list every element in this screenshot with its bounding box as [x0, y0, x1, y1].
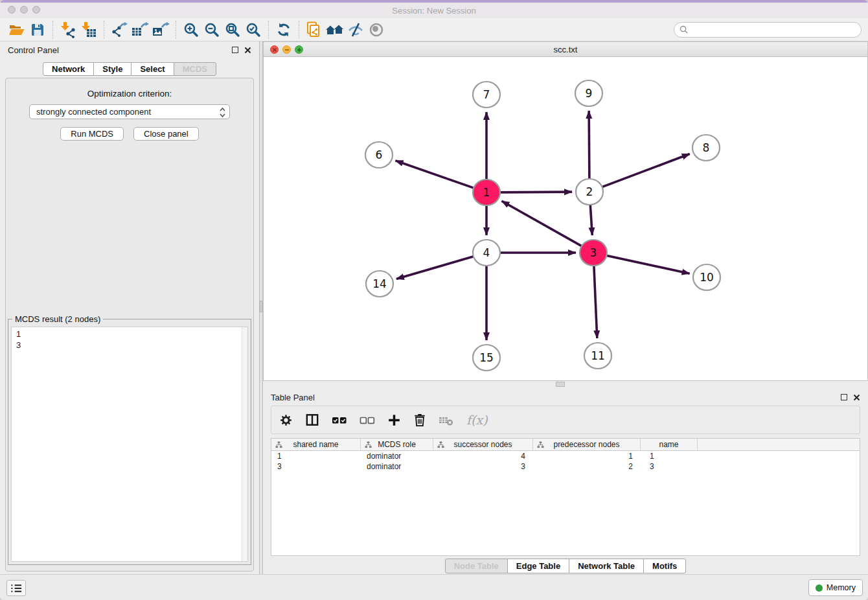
graph-edge-4-14[interactable]	[396, 257, 474, 279]
mcds-result-textarea[interactable]: 1 3	[11, 327, 248, 562]
column-header-shared-name[interactable]: shared name	[271, 439, 361, 450]
minimize-network-button[interactable]	[282, 45, 291, 54]
home-view-button[interactable]	[325, 20, 345, 40]
toolbar-separator	[176, 21, 176, 39]
run-mcds-button[interactable]: Run MCDS	[60, 127, 124, 141]
result-line: 3	[16, 340, 247, 351]
cell-name: 1	[641, 451, 698, 461]
graph-edge-3-1[interactable]	[502, 201, 582, 246]
zoom-selected-button[interactable]	[243, 20, 264, 40]
graph-edge-2-9[interactable]	[589, 111, 589, 179]
close-panel-icon[interactable]	[853, 394, 860, 401]
network-canvas[interactable]: 1234678910111415	[264, 57, 867, 380]
graph-edge-3-10[interactable]	[606, 255, 690, 273]
plus-icon	[387, 413, 401, 427]
graph-edge-1-6[interactable]	[395, 161, 474, 188]
splitter-grip[interactable]	[556, 382, 565, 387]
clone-network-button[interactable]	[304, 20, 325, 40]
zoom-in-button[interactable]	[181, 20, 201, 40]
float-panel-icon[interactable]	[232, 47, 238, 53]
export-image-button[interactable]	[150, 20, 171, 40]
toolbar-separator	[104, 21, 104, 39]
node-table: shared name MCDS role successor nodes pr…	[271, 438, 860, 556]
hierarchy-icon	[365, 441, 372, 448]
import-network-button[interactable]	[58, 20, 78, 40]
splitter-grip[interactable]	[260, 301, 262, 312]
memory-button[interactable]: Memory	[808, 579, 863, 596]
table-row[interactable]: 1 dominator 4 1 1	[271, 451, 860, 461]
table-panel-tabs: Node Table Edge Table Network Table Moti…	[263, 559, 868, 573]
zoom-fit-button[interactable]	[222, 20, 243, 40]
result-scrollbar[interactable]	[242, 327, 247, 561]
graph-node-label: 7	[483, 88, 490, 101]
memory-label: Memory	[827, 583, 856, 592]
select-all-rows-button[interactable]	[332, 415, 347, 426]
minimize-window-button[interactable]	[20, 6, 28, 14]
maximize-window-button[interactable]	[32, 6, 40, 14]
column-header-predecessor-nodes[interactable]: predecessor nodes	[533, 439, 641, 450]
zoom-network-button[interactable]	[295, 45, 303, 54]
plus-glyph-icon	[297, 47, 302, 52]
column-header-successor-nodes[interactable]: successor nodes	[433, 439, 533, 450]
horizontal-splitter[interactable]	[263, 381, 868, 389]
application-window: Session: New Session	[0, 0, 868, 600]
column-header-mcds-role[interactable]: MCDS role	[361, 439, 433, 450]
add-column-button[interactable]	[387, 413, 401, 427]
tab-motifs[interactable]: Motifs	[643, 559, 686, 573]
table-panel-title: Table Panel	[271, 393, 315, 402]
refresh-network-button[interactable]	[273, 20, 294, 40]
tab-edge-table[interactable]: Edge Table	[507, 559, 569, 573]
show-panels-button[interactable]	[366, 20, 387, 40]
selected-criterion: strongly connected component	[36, 107, 151, 117]
graph-node-label: 2	[586, 185, 593, 198]
graph-node-label: 15	[479, 351, 494, 364]
table-row[interactable]: 3 dominator 3 2 3	[271, 461, 860, 472]
optimization-criterion-select[interactable]: strongly connected component	[29, 104, 230, 119]
graph-edge-3-11[interactable]	[594, 266, 597, 338]
refresh-icon	[276, 22, 291, 38]
network-window-title: scc.txt	[264, 45, 867, 54]
tab-select[interactable]: Select	[131, 62, 174, 76]
close-panel-icon[interactable]	[244, 47, 251, 54]
close-window-button[interactable]	[8, 6, 16, 14]
graph-edge-2-3[interactable]	[590, 205, 592, 235]
search-input[interactable]	[691, 25, 856, 34]
float-panel-icon[interactable]	[841, 394, 847, 400]
column-header-name[interactable]: name	[641, 439, 698, 450]
tab-network-table[interactable]: Network Table	[569, 559, 644, 573]
tab-style[interactable]: Style	[93, 62, 131, 76]
task-history-button[interactable]	[6, 580, 26, 596]
graph-node-label: 10	[700, 271, 714, 284]
zoom-selected-icon	[246, 22, 261, 38]
table-panel: Table Panel	[263, 389, 868, 574]
delete-columns-button[interactable]	[413, 413, 426, 427]
tab-node-table[interactable]: Node Table	[445, 559, 508, 573]
zoom-out-button[interactable]	[201, 20, 222, 40]
memory-status-icon	[816, 584, 823, 592]
hierarchy-icon	[275, 441, 282, 448]
search-icon	[680, 25, 688, 34]
close-panel-button[interactable]: Close panel	[133, 127, 199, 141]
tab-mcds[interactable]: MCDS	[174, 62, 216, 76]
deselect-all-rows-button[interactable]	[360, 415, 375, 426]
show-column-panel-button[interactable]	[305, 413, 319, 426]
close-network-button[interactable]	[270, 45, 279, 54]
graph-edge-2-8[interactable]	[602, 154, 690, 187]
import-network-icon	[60, 21, 76, 38]
mcds-result-group: MCDS result (2 nodes) 1 3	[8, 319, 251, 565]
table-settings-button[interactable]	[279, 413, 293, 427]
open-file-button[interactable]	[6, 20, 27, 40]
unchecked-boxes-icon	[360, 415, 375, 426]
hide-panels-button[interactable]	[345, 20, 366, 40]
graph-edge-1-2[interactable]	[499, 192, 572, 192]
save-session-button[interactable]	[27, 20, 48, 40]
function-builder-button[interactable]: f(x)	[466, 413, 488, 427]
cell-successor-nodes: 4	[433, 451, 533, 461]
toolbar-separator	[268, 21, 269, 39]
export-table-button[interactable]	[130, 20, 150, 40]
control-panel-tabs: Network Style Select MCDS	[0, 62, 259, 76]
delete-table-button[interactable]	[439, 414, 454, 426]
tab-network[interactable]: Network	[43, 62, 94, 76]
import-table-button[interactable]	[78, 20, 99, 40]
export-network-button[interactable]	[109, 20, 130, 40]
